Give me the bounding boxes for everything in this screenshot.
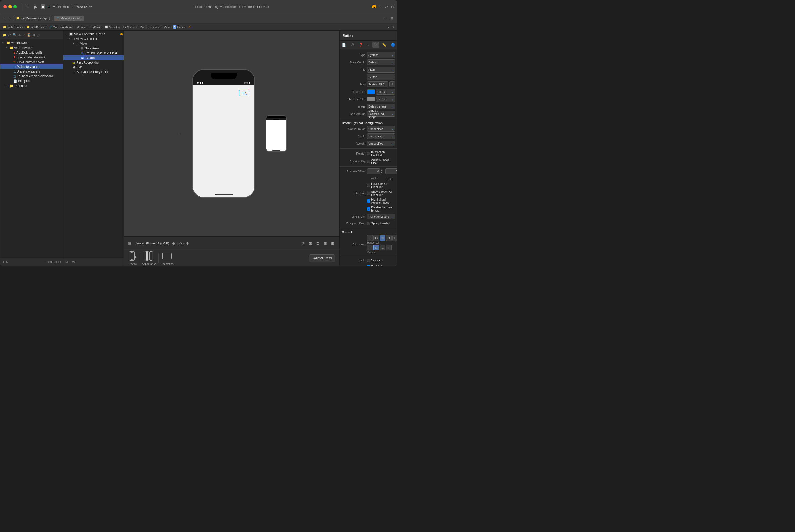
- scene-item-exit[interactable]: ⊠ Exit: [63, 65, 124, 70]
- shadow-color-swatch[interactable]: [367, 97, 375, 101]
- view-as-icon[interactable]: ▣: [128, 241, 131, 246]
- navigator-toggle-icon[interactable]: ⊞: [25, 4, 31, 10]
- shadow-width-up[interactable]: ▲: [381, 169, 384, 171]
- align-h-left2[interactable]: ◧: [373, 235, 379, 241]
- configuration-select[interactable]: Unspecified ⌄: [367, 126, 395, 132]
- canvas-tool-2[interactable]: ⊞: [308, 240, 313, 247]
- align-h-right2[interactable]: ⊢: [392, 235, 397, 241]
- scale-select[interactable]: Unspecified ⌄: [367, 133, 395, 139]
- scene-item-vc-scene[interactable]: ▾ 🔲 View Controller Scene: [63, 32, 124, 37]
- tree-item-infoplist[interactable]: 📄 Info.plist: [0, 79, 63, 83]
- zoom-out-btn[interactable]: ⊖: [172, 241, 175, 246]
- tree-item-viewcontroller[interactable]: S ViewController.swift: [0, 60, 63, 64]
- font-select[interactable]: System 15.0: [367, 81, 388, 87]
- bc-view[interactable]: View: [164, 25, 170, 28]
- screen-button[interactable]: 이동: [239, 90, 250, 96]
- align-v-fill[interactable]: ⇕: [386, 245, 392, 250]
- back-btn[interactable]: ‹: [2, 15, 6, 21]
- tree-item-products[interactable]: ▸ 📁 Products: [0, 83, 63, 88]
- add-file-btn[interactable]: +: [2, 260, 4, 264]
- minimize-button[interactable]: [8, 5, 12, 8]
- align-h-left[interactable]: ⊣: [367, 235, 373, 241]
- line-break-select[interactable]: Truncate Middle ⌄: [367, 214, 395, 220]
- align-h-center[interactable]: ⊞: [380, 235, 385, 241]
- tree-item-webbrowser[interactable]: ▾ 📁 webBrowser: [0, 45, 63, 50]
- insp-tab-identity[interactable]: ≡: [366, 42, 372, 48]
- file-tab-project[interactable]: 📁 webBrowser.xcodeproj: [13, 16, 53, 21]
- shadow-width-down[interactable]: ▼: [381, 171, 384, 174]
- spring-loaded-cb[interactable]: [367, 222, 370, 225]
- scene-item-entry-point[interactable]: → Storyboard Entry Point: [63, 70, 124, 74]
- text-color-select[interactable]: Default ⌄: [376, 89, 395, 95]
- insp-tab-connections[interactable]: 🔵: [389, 42, 397, 48]
- highlighted-adjusts-cb[interactable]: ✓: [367, 200, 370, 203]
- scene-item-button[interactable]: B Button: [63, 55, 124, 60]
- shadow-height-input[interactable]: 0: [385, 169, 397, 174]
- warning-badge[interactable]: 1: [372, 5, 377, 8]
- list-view-btn[interactable]: ≡: [383, 15, 388, 21]
- title-text-field[interactable]: Button: [367, 74, 395, 80]
- file-tab-storyboard[interactable]: ◻ Main.storyboard: [54, 16, 84, 21]
- insp-tab-history[interactable]: ⏱: [348, 42, 356, 48]
- nav-icon-7[interactable]: ⊞: [32, 33, 35, 37]
- align-v-top[interactable]: ⊤: [367, 245, 373, 250]
- forward-btn[interactable]: ›: [7, 15, 12, 21]
- bc-action-2[interactable]: ▼: [392, 25, 395, 28]
- bc-vc[interactable]: ⊡ View Controller: [138, 25, 161, 28]
- disabled-adjusts-cb[interactable]: ✓: [367, 207, 370, 211]
- shadow-color-select[interactable]: Default ⌄: [376, 96, 395, 102]
- scene-item-view[interactable]: ▾ ◻ View: [63, 41, 124, 46]
- state-selected-cb[interactable]: [367, 259, 370, 262]
- bc-vc-scene[interactable]: 🔲 View Co...ller Scene: [105, 25, 135, 28]
- bc-main-storyboard[interactable]: ◻ Main.storyboard: [50, 25, 74, 28]
- add-icon[interactable]: +: [378, 4, 382, 10]
- type-select[interactable]: System ⌄: [367, 52, 395, 58]
- text-color-swatch[interactable]: [367, 89, 375, 94]
- bc-main-base[interactable]: Main.sto...rd (Base): [76, 25, 102, 28]
- pointer-checkbox[interactable]: [367, 152, 370, 155]
- image-select[interactable]: Default Image ⌄: [367, 103, 395, 109]
- tree-item-assets[interactable]: 🗂 Assets.xcassets: [0, 69, 63, 74]
- insp-tab-file[interactable]: 📄: [340, 42, 348, 48]
- tree-item-scenedelegate[interactable]: S SceneDelegate.swift: [0, 55, 63, 60]
- stop-icon[interactable]: ■: [41, 4, 45, 10]
- maximize-button[interactable]: [14, 5, 17, 8]
- tree-item-mainstoryboard[interactable]: ◻ Main.storyboard: [0, 64, 63, 69]
- insp-tab-attributes[interactable]: ◻: [372, 42, 379, 48]
- nav-icon-5[interactable]: ⊡: [23, 33, 25, 37]
- reverses-checkbox[interactable]: [367, 184, 370, 187]
- accessibility-checkbox[interactable]: [367, 160, 370, 163]
- nav-icon-2[interactable]: ⏱: [8, 33, 11, 37]
- nav-filter-btn[interactable]: ⊡: [58, 260, 61, 264]
- bc-webBrowser-sub[interactable]: 📁 webBrowser: [26, 25, 47, 28]
- shadow-width-stepper-btn[interactable]: ▲ ▼: [381, 169, 384, 174]
- align-v-center[interactable]: ⊟: [373, 245, 379, 250]
- device-selector-appearance[interactable]: Appearance: [142, 250, 156, 265]
- grid-view-btn[interactable]: ⊞: [389, 15, 395, 21]
- play-icon[interactable]: ▶: [33, 3, 39, 11]
- nav-icon-4[interactable]: ⚠: [18, 33, 21, 37]
- vary-traits-btn[interactable]: Vary for Traits: [309, 254, 335, 262]
- right-panel-toggle[interactable]: ⊞: [391, 5, 394, 9]
- device-name[interactable]: iPhone 12 Pro: [74, 5, 92, 8]
- tree-item-launchscreen[interactable]: ◻ LaunchScreen.storyboard: [0, 74, 63, 79]
- nav-icon-6[interactable]: ⌛: [27, 33, 31, 37]
- canvas-tool-1[interactable]: ◎: [301, 240, 306, 247]
- bc-button[interactable]: B Button: [173, 25, 185, 28]
- align-h-right[interactable]: ◨: [386, 235, 392, 241]
- insp-tab-size[interactable]: 📏: [380, 42, 388, 48]
- state-config-select[interactable]: Default ⌄: [367, 59, 395, 65]
- scene-item-textfield[interactable]: F Round Style Text Field: [63, 51, 124, 55]
- font-size-btn[interactable]: T: [389, 81, 395, 87]
- nav-icon-3[interactable]: 🔍: [13, 33, 17, 37]
- nav-sort-btn[interactable]: ⊞: [54, 260, 57, 264]
- device-selector-device[interactable]: Device: [128, 250, 137, 265]
- zoom-in-btn[interactable]: ⊕: [186, 241, 189, 246]
- device-selector-orientation[interactable]: Orientation: [160, 250, 173, 265]
- bc-webBrowser-folder[interactable]: 📁 webBrowser: [3, 25, 23, 28]
- nav-icon-8[interactable]: ◎: [37, 33, 39, 37]
- scene-item-vc[interactable]: ▾ ⊡ View Controller: [63, 37, 124, 41]
- bc-action-1[interactable]: ▲: [387, 25, 390, 28]
- scene-item-safe-area[interactable]: ⊞ Safe Area: [63, 46, 124, 51]
- background-select[interactable]: Default Background Image ⌄: [367, 111, 395, 117]
